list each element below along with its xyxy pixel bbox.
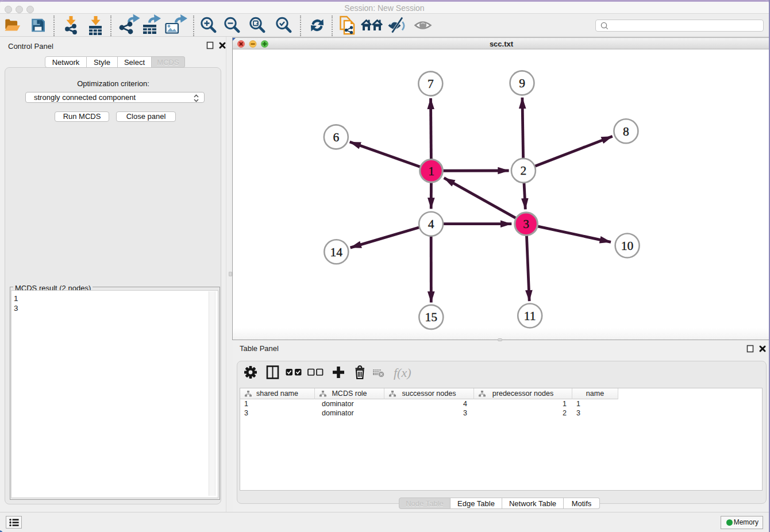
svg-text:11: 11 xyxy=(524,309,536,323)
svg-text:9: 9 xyxy=(519,76,525,90)
svg-text:15: 15 xyxy=(425,310,438,324)
svg-text:2: 2 xyxy=(521,164,527,178)
svg-text:4: 4 xyxy=(428,217,434,231)
svg-text:6: 6 xyxy=(333,130,339,144)
svg-text:14: 14 xyxy=(330,245,343,259)
svg-text:1: 1 xyxy=(428,164,434,178)
svg-text:7: 7 xyxy=(428,77,434,91)
svg-text:f(x): f(x) xyxy=(394,365,411,379)
svg-text:3: 3 xyxy=(523,217,529,231)
svg-text:8: 8 xyxy=(623,125,629,138)
svg-text:10: 10 xyxy=(621,239,634,253)
